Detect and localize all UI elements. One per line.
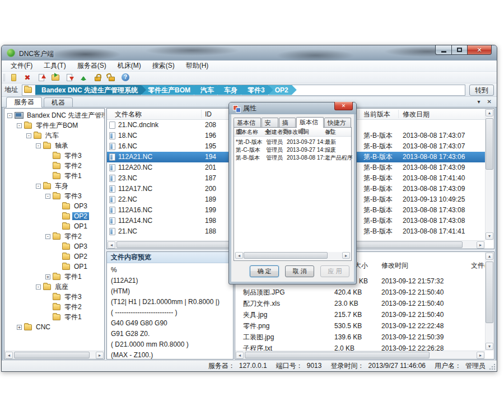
- header-separator[interactable]: [201, 110, 202, 118]
- collapse-icon[interactable]: -: [45, 194, 50, 199]
- toolbar-help-button[interactable]: [120, 72, 130, 82]
- tab-security[interactable]: 安全: [262, 118, 278, 127]
- column-version[interactable]: 当前版本: [363, 109, 390, 120]
- address-field[interactable]: Bandex DNC 先进生产管理系统零件生产BOM汽车车身零件3OP2: [22, 85, 465, 96]
- menu-item-help[interactable]: 帮助(H): [180, 60, 214, 72]
- tree-item-18[interactable]: 零件3: [4, 292, 104, 302]
- tree-item-19[interactable]: 零件2: [4, 302, 104, 312]
- column-id[interactable]: ID: [205, 109, 212, 120]
- toolbar-new-file-button[interactable]: [8, 72, 18, 82]
- tab-version-info[interactable]: 版本信息: [296, 117, 324, 128]
- tree-item-10[interactable]: OP2: [4, 211, 104, 221]
- attachment-row-2[interactable]: 配刀文件.xls23.0 KB2013-09-12 21:50:40: [235, 298, 485, 309]
- column-mod-date[interactable]: 修改日期: [403, 109, 430, 120]
- scroll-up-icon[interactable]: ▴: [486, 109, 493, 116]
- dialog-close-button[interactable]: ✕: [334, 102, 353, 110]
- tree-item-15[interactable]: OP1: [4, 262, 104, 272]
- menu-item-tools[interactable]: 工具(T): [38, 60, 71, 72]
- collapse-icon[interactable]: -: [26, 133, 31, 138]
- tree-item-20[interactable]: 零件1: [4, 312, 104, 322]
- tree-item-8[interactable]: -零件3: [4, 191, 104, 201]
- tree-item-14[interactable]: OP2: [4, 251, 104, 262]
- file-list-vscrollbar[interactable]: ▴ ▾: [485, 109, 494, 240]
- attachments-hscroll-thumb[interactable]: [245, 352, 430, 358]
- scroll-left-icon[interactable]: ◂: [108, 241, 115, 249]
- tree-item-17[interactable]: -底座: [4, 282, 104, 292]
- attachment-row-1[interactable]: 制品顶图.JPG420.4 KB2013-09-12 21:50:40: [235, 287, 485, 298]
- scroll-down-icon[interactable]: ▾: [486, 343, 493, 350]
- chevron-down-icon[interactable]: ▾: [478, 99, 480, 105]
- version-row-1[interactable]: 第-C-版本管理员2013-09-27 14:...报废: [234, 146, 351, 154]
- close-view-icon[interactable]: ✕: [487, 99, 492, 105]
- attachment-row-5[interactable]: 工装图.jpg139.6 KB2013-09-12 21:50:39: [235, 332, 485, 343]
- tree-item-21[interactable]: +CNC: [4, 322, 104, 332]
- expand-icon[interactable]: +: [45, 274, 50, 279]
- scroll-right-icon[interactable]: ▸: [477, 241, 484, 249]
- menu-item-machine[interactable]: 机床(M): [112, 60, 147, 72]
- attachment-row-6[interactable]: 子程序.txt2.0 KB2013-09-12 22:26:28: [235, 343, 485, 351]
- version-column-2[interactable]: 修改时间: [287, 128, 309, 137]
- resize-grip[interactable]: [489, 363, 496, 370]
- minimize-button[interactable]: [435, 45, 451, 55]
- toolbar-unlock-button[interactable]: [106, 72, 116, 82]
- toolbar-grip[interactable]: [3, 74, 5, 81]
- toolbar-checkout-doc-button[interactable]: [36, 72, 46, 82]
- tab-basic-info[interactable]: 基本信息: [234, 118, 261, 127]
- tree-item-16[interactable]: +零件1: [4, 272, 104, 282]
- scroll-right-icon[interactable]: ▸: [342, 252, 350, 259]
- toolbar-upload-button[interactable]: [78, 72, 88, 82]
- attachments-hscrollbar[interactable]: ◂ ▸: [235, 351, 485, 359]
- toolbar-lock-button[interactable]: [92, 72, 102, 82]
- toolbar-checkin-doc-button[interactable]: [64, 72, 74, 82]
- dialog-title-bar[interactable]: 属性 ✕: [229, 102, 356, 114]
- collapse-icon[interactable]: -: [45, 234, 50, 239]
- tree-item-5[interactable]: 零件2: [4, 161, 104, 171]
- tab-summary[interactable]: 摘要: [279, 118, 296, 127]
- breadcrumb-segment-0[interactable]: Bandex DNC 先进生产管理系统: [35, 85, 146, 95]
- header-separator[interactable]: [398, 110, 399, 118]
- menu-item-server[interactable]: 服务器(S): [72, 60, 112, 72]
- dialog-hscrollbar[interactable]: ◂ ▸: [235, 252, 351, 260]
- version-row-0[interactable]: *第-D-版本管理员2013-09-27 14:...最新: [234, 138, 351, 146]
- attachment-row-4[interactable]: 零件.png530.5 KB2013-09-12 22:22:48: [235, 320, 485, 332]
- ok-button[interactable]: 确 定: [250, 265, 279, 277]
- breadcrumb-segment-4[interactable]: 零件3: [241, 85, 273, 95]
- tab-server[interactable]: 服务器: [6, 97, 42, 108]
- attachments-vscrollbar[interactable]: ▴ ▾: [485, 252, 494, 351]
- dialog-hscroll-thumb[interactable]: [244, 252, 328, 259]
- tree-item-2[interactable]: -汽车: [4, 130, 104, 141]
- attachment-row-3[interactable]: 夹具.jpg215.7 KB2013-09-12 21:50:40: [235, 309, 485, 320]
- close-button[interactable]: ✕: [468, 45, 492, 55]
- collapse-icon[interactable]: -: [36, 184, 41, 189]
- scroll-up-icon[interactable]: ▴: [486, 253, 493, 260]
- tree-item-11[interactable]: OP1: [4, 221, 104, 231]
- tree-item-12[interactable]: -零件2: [4, 231, 104, 241]
- scroll-right-icon[interactable]: ▸: [96, 352, 104, 359]
- attachments-vscroll-thumb[interactable]: [486, 262, 493, 323]
- scroll-left-icon[interactable]: ◂: [5, 352, 13, 359]
- cancel-button[interactable]: 取 消: [285, 265, 314, 277]
- version-row-2[interactable]: 第-B-版本管理员2013-08-08 17:...老产品程序: [234, 154, 351, 162]
- tab-machine[interactable]: 机器: [44, 97, 73, 107]
- file-list-vscroll-thumb[interactable]: [486, 118, 493, 170]
- menu-item-search[interactable]: 搜索(S): [147, 60, 180, 72]
- scroll-right-icon[interactable]: ▸: [477, 352, 484, 359]
- header-separator[interactable]: [359, 110, 360, 118]
- tree-item-3[interactable]: -轴承: [4, 141, 104, 151]
- collapse-icon[interactable]: -: [17, 123, 22, 128]
- tab-shortcut[interactable]: 快捷方式: [324, 118, 352, 127]
- collapse-icon[interactable]: -: [36, 143, 41, 148]
- scroll-down-icon[interactable]: ▾: [486, 232, 493, 240]
- title-bar[interactable]: DNC客户端 ✕: [2, 45, 497, 60]
- collapse-icon[interactable]: -: [36, 284, 41, 290]
- toolbar-open-folder-button[interactable]: [50, 72, 60, 82]
- toolbar-delete-button[interactable]: [22, 72, 32, 82]
- tree-item-6[interactable]: 零件1: [4, 171, 104, 181]
- menu-item-file[interactable]: 文件(F): [5, 60, 38, 72]
- tree-item-0[interactable]: -Bandex DNC 先进生产管理系统: [4, 110, 104, 120]
- tree-item-9[interactable]: OP3: [4, 201, 104, 211]
- tree-item-4[interactable]: 零件3: [4, 151, 104, 161]
- scroll-left-icon[interactable]: ◂: [236, 352, 244, 359]
- expand-icon[interactable]: +: [17, 325, 22, 330]
- maximize-button[interactable]: [451, 45, 468, 55]
